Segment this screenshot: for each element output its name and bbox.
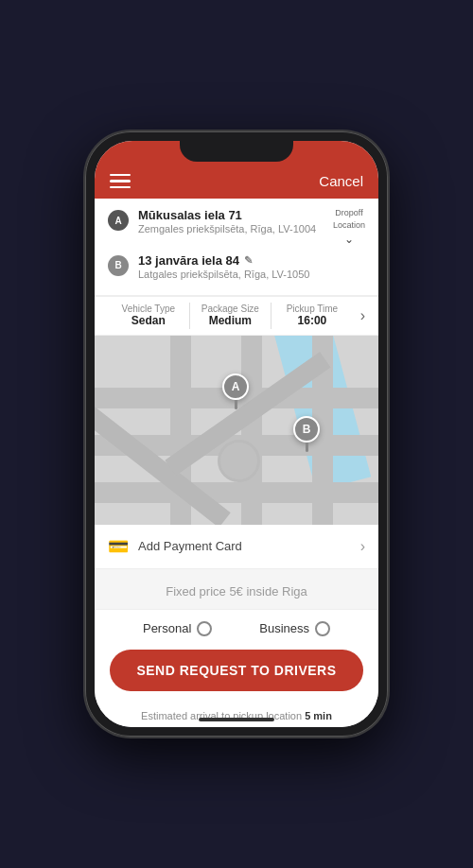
- map-background: A B: [95, 336, 378, 525]
- map-pin-a-tail: [235, 400, 237, 409]
- location-a-city: Zemgales priekšpilsēta, Rīga, LV-1004: [138, 223, 325, 234]
- estimated-section: Estimated arrival to pickup location 5 m…: [95, 699, 378, 727]
- hamburger-icon[interactable]: [110, 174, 131, 189]
- map-road-diag1: [95, 396, 231, 525]
- location-section: A Mūkusalas iela 71 Zemgales priekšpilsē…: [95, 199, 378, 296]
- cancel-button[interactable]: Cancel: [319, 173, 363, 189]
- map-road-v2: [241, 336, 262, 525]
- phone-screen: Cancel A Mūkusalas iela 71 Zemgales prie…: [95, 141, 378, 727]
- pickup-time-item: Pickup Time 16:00: [272, 304, 353, 327]
- location-a-street: Mūkusalas iela 71: [138, 208, 325, 222]
- payment-arrow-icon: ›: [360, 538, 365, 555]
- phone-frame: Cancel A Mūkusalas iela 71 Zemgales prie…: [85, 131, 388, 737]
- pickup-time-value: 16:00: [272, 314, 353, 327]
- package-size-value: Medium: [190, 314, 272, 327]
- personal-label: Personal: [143, 621, 191, 635]
- business-radio[interactable]: [315, 621, 330, 636]
- location-a-marker: A: [108, 210, 129, 231]
- business-label: Business: [259, 621, 309, 635]
- send-request-button[interactable]: SEND REQUEST TO DRIVERS: [110, 650, 363, 691]
- payment-section[interactable]: 💳 Add Payment Card ›: [95, 525, 378, 569]
- dropoff-badge[interactable]: Dropoff Location ⌄: [333, 208, 365, 246]
- payment-label: Add Payment Card: [138, 539, 360, 553]
- location-b-street[interactable]: 13 janvāra iela 84 ✎: [138, 253, 365, 268]
- location-b-city: Latgales priekšpilsēta, Rīga, LV-1050: [138, 269, 365, 280]
- business-option[interactable]: Business: [259, 621, 330, 636]
- location-a-info: Mūkusalas iela 71 Zemgales priekšpilsēta…: [138, 208, 325, 234]
- location-b-marker: B: [108, 255, 129, 276]
- location-a-row: A Mūkusalas iela 71 Zemgales priekšpilsē…: [108, 208, 365, 246]
- chevron-down-icon: ⌄: [344, 233, 354, 246]
- price-text: Fixed price 5€ inside Riga: [166, 584, 307, 599]
- estimated-time: 5 min: [305, 710, 332, 721]
- map-pin-b-tail: [306, 443, 308, 452]
- price-section: Fixed price 5€ inside Riga: [95, 569, 378, 610]
- trip-details-arrow-icon[interactable]: ›: [360, 307, 365, 324]
- map-roundabout: [218, 440, 260, 482]
- personal-option[interactable]: Personal: [143, 621, 212, 636]
- vehicle-type-item: Vehicle Type Sedan: [108, 304, 189, 327]
- trip-details-row: Vehicle Type Sedan Package Size Medium P…: [95, 296, 378, 336]
- personal-radio[interactable]: [197, 621, 212, 636]
- account-section: Personal Business: [95, 610, 378, 644]
- map-road-h3: [95, 482, 378, 503]
- map-pin-a-circle: A: [222, 373, 249, 400]
- location-b-row: B 13 janvāra iela 84 ✎ Latgales priekšpi…: [108, 253, 365, 280]
- package-size-label: Package Size: [190, 304, 272, 314]
- edit-icon[interactable]: ✎: [244, 254, 253, 267]
- location-b-info: 13 janvāra iela 84 ✎ Latgales priekšpils…: [138, 253, 365, 280]
- map-pin-b: B: [293, 416, 320, 452]
- phone-notch: [180, 141, 293, 162]
- map-pin-a: A: [222, 373, 249, 409]
- send-button-section: SEND REQUEST TO DRIVERS: [95, 644, 378, 699]
- map-view[interactable]: A B: [95, 336, 378, 525]
- home-indicator: [199, 718, 274, 721]
- map-pin-b-circle: B: [293, 416, 320, 443]
- vehicle-type-label: Vehicle Type: [108, 304, 189, 314]
- package-size-item: Package Size Medium: [190, 304, 272, 327]
- credit-card-icon: 💳: [108, 536, 129, 557]
- pickup-time-label: Pickup Time: [272, 304, 353, 314]
- app-header: Cancel: [95, 167, 378, 199]
- vehicle-type-value: Sedan: [108, 314, 189, 327]
